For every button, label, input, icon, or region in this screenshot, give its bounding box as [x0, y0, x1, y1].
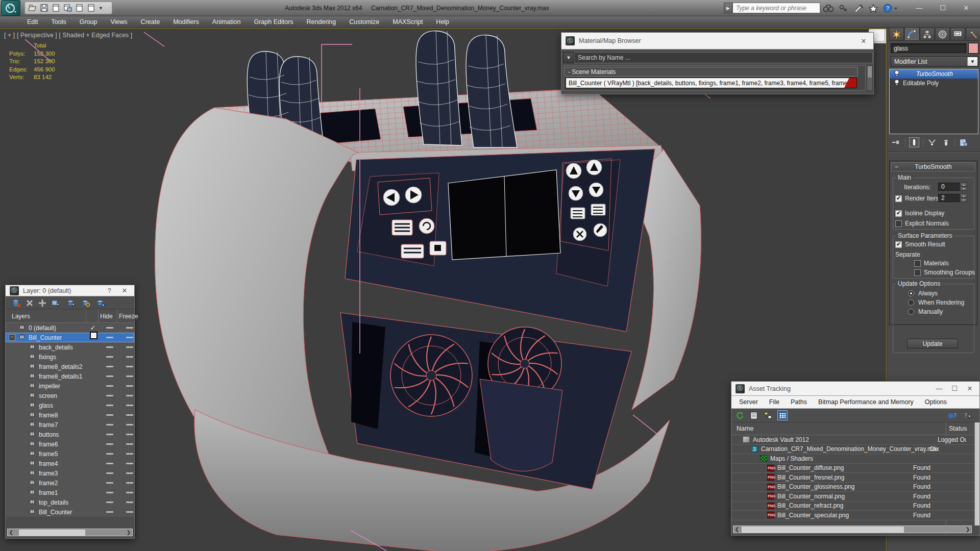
make-unique-icon[interactable] [927, 137, 937, 147]
select-layer-objects-icon[interactable] [51, 298, 61, 308]
favorites-star-icon[interactable] [869, 4, 878, 13]
menu-item[interactable]: Modifiers [166, 17, 206, 27]
column-freeze[interactable]: Freeze [119, 313, 138, 320]
menu-item[interactable]: Server [734, 397, 763, 407]
asset-tracking-titlebar[interactable]: Ⓢ Asset Tracking — ☐ ✕ [731, 382, 979, 396]
modifier-icon[interactable] [894, 79, 900, 87]
freeze-toggle[interactable] [126, 482, 133, 484]
window-icon[interactable] [87, 4, 95, 12]
tree-view-icon[interactable] [763, 410, 773, 420]
freeze-toggle[interactable] [126, 337, 133, 338]
layer-row[interactable]: top_details [6, 497, 134, 507]
freeze-toggle[interactable] [126, 395, 133, 396]
always-radio[interactable] [908, 290, 914, 296]
layer-row[interactable]: frame6 [6, 439, 134, 449]
spin-up-icon[interactable]: ▲ [960, 194, 967, 198]
minimize-button[interactable]: — [908, 0, 931, 15]
asset-row[interactable]: PNG Bill_Counter_refract.png Found [731, 502, 974, 511]
freeze-toggle[interactable] [126, 346, 133, 348]
layer-row[interactable]: Bill_Counter [6, 507, 134, 517]
layer-row[interactable]: Bill_Counter [6, 333, 134, 342]
tab-hierarchy[interactable] [920, 28, 935, 41]
freeze-toggle[interactable] [126, 463, 133, 464]
render-iters-spinner[interactable]: 2 ▲▼ [938, 194, 967, 202]
asset-vertical-scrollbar[interactable] [974, 422, 979, 525]
spin-down-icon[interactable]: ▼ [960, 198, 967, 202]
freeze-toggle[interactable] [126, 434, 133, 435]
freeze-toggle[interactable] [126, 453, 133, 455]
hide-toggle[interactable] [106, 346, 113, 348]
menu-item[interactable]: Group [73, 17, 104, 27]
qat-options-dropdown-icon[interactable]: ▼ [99, 6, 103, 11]
communication-center-icon[interactable] [853, 4, 864, 12]
modifier-icon[interactable] [894, 70, 900, 78]
freeze-toggle[interactable] [126, 502, 133, 503]
update-button[interactable]: Update [907, 339, 958, 348]
asset-row[interactable]: PNG Bill_Counter_glossiness.png Found [731, 483, 974, 492]
minimize-icon[interactable]: — [934, 385, 945, 392]
hide-toggle[interactable] [106, 453, 113, 455]
menu-item[interactable]: Options [920, 397, 952, 407]
asset-row[interactable]: Maps / Shaders [731, 454, 974, 464]
add-to-layer-icon[interactable] [38, 299, 46, 307]
layer-row[interactable]: frame4 [6, 459, 134, 468]
info-help-icon[interactable]: ? [948, 411, 957, 419]
tab-create[interactable] [889, 28, 904, 41]
modifier-list-dropdown[interactable]: Modifier List ▼ [891, 56, 978, 67]
hide-toggle[interactable] [106, 472, 113, 474]
menu-item[interactable]: Animation [206, 17, 248, 27]
freeze-toggle[interactable] [126, 366, 133, 367]
iterations-spinner[interactable]: 0 ▲▼ [938, 183, 967, 191]
layer-row[interactable]: frame8 [6, 410, 134, 420]
menu-item[interactable]: MAXScript [386, 17, 429, 27]
tab-utilities[interactable] [966, 28, 980, 41]
viewport-label[interactable]: [ + ] [ Perspective ] [ Shaded + Edged F… [4, 32, 132, 39]
remove-modifier-icon[interactable] [941, 137, 951, 147]
report-view-icon[interactable] [749, 410, 759, 420]
freeze-toggle[interactable] [126, 414, 133, 416]
current-layer-marker[interactable] [89, 324, 97, 332]
menu-item[interactable]: Help [429, 17, 456, 27]
column-name[interactable]: Name [737, 425, 753, 432]
hide-toggle[interactable] [106, 375, 113, 377]
search-scope-button[interactable]: ▶ [724, 3, 732, 13]
object-color-swatch[interactable] [968, 43, 978, 54]
context-help-icon[interactable]: ? [963, 411, 972, 419]
layer-row[interactable]: frame3 [6, 468, 134, 478]
scrollbar-thumb[interactable] [742, 527, 904, 533]
hide-toggle[interactable] [106, 482, 113, 484]
window-icon[interactable] [75, 4, 84, 12]
hide-toggle[interactable] [106, 511, 113, 513]
column-hide[interactable]: Hide [100, 313, 113, 320]
freeze-toggle[interactable] [126, 492, 133, 493]
tab-motion[interactable] [935, 28, 950, 41]
hide-toggle[interactable] [106, 414, 113, 416]
hide-toggle[interactable] [106, 385, 113, 387]
configure-modifier-sets-icon[interactable] [959, 137, 969, 147]
freeze-toggle[interactable] [126, 511, 133, 513]
close-button[interactable]: ✕ [954, 0, 978, 15]
scroll-right-icon[interactable]: ❯ [125, 530, 132, 535]
asset-row[interactable]: PNG Bill_Counter_normal.png Found [731, 492, 974, 502]
scroll-left-icon[interactable]: ❮ [733, 527, 741, 532]
scroll-right-icon[interactable]: ❯ [964, 527, 971, 532]
menu-item[interactable]: Views [104, 17, 134, 27]
chevron-down-icon[interactable]: ▼ [967, 57, 977, 66]
maximize-icon[interactable]: ☐ [949, 385, 960, 392]
layer-row[interactable]: frame2 [6, 478, 134, 488]
tab-display[interactable] [950, 28, 965, 41]
layer-row[interactable]: buttons [6, 430, 134, 439]
hide-toggle[interactable] [106, 424, 113, 425]
layer-row[interactable]: frame1 [6, 488, 134, 497]
layer-row[interactable]: frame8_details2 [6, 362, 134, 371]
explicit-normals-checkbox[interactable] [895, 220, 902, 227]
hide-toggle[interactable] [106, 463, 113, 464]
freeze-toggle[interactable] [126, 405, 133, 406]
spin-up-icon[interactable]: ▲ [960, 183, 967, 187]
isoline-display-checkbox[interactable] [895, 210, 902, 217]
new-scene-icon[interactable] [52, 4, 60, 12]
layer-window-titlebar[interactable]: Ⓢ Layer: 0 (default) ? ✕ [6, 285, 134, 296]
tab-modify[interactable] [904, 28, 919, 41]
rollout-header[interactable]: − TurboSmooth [891, 162, 975, 171]
freeze-toggle[interactable] [126, 443, 133, 445]
